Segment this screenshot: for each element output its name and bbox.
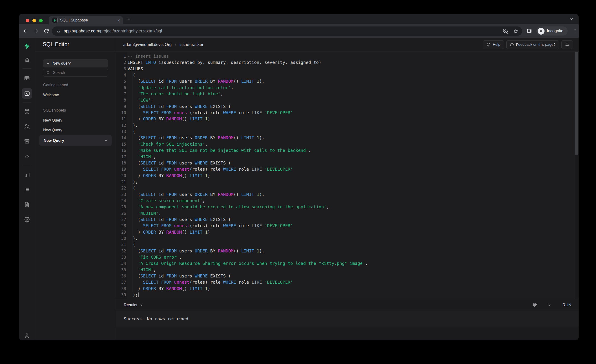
query-status-message: Success. No rows returned [124, 316, 188, 321]
code-line[interactable]: 3VALUES [116, 66, 579, 72]
editor-scrollbar-thumb[interactable] [575, 52, 578, 155]
line-number: 20 [116, 173, 126, 179]
back-button[interactable] [23, 28, 28, 34]
new-query-button[interactable]: New query [43, 59, 108, 67]
breadcrumb-org[interactable]: adam@windmill.dev's Org [123, 42, 172, 47]
snippet-search[interactable] [43, 69, 108, 76]
code-line[interactable]: 28 SELECT FROM unnest(roles) role WHERE … [116, 223, 579, 229]
line-number: 36 [116, 273, 126, 279]
run-button[interactable]: RUN [562, 303, 571, 307]
code-line[interactable]: 13 ( [116, 128, 579, 135]
line-number: 27 [116, 216, 126, 223]
code-line[interactable]: 36 (SELECT id FROM users WHERE EXISTS ( [116, 273, 579, 279]
chevron-down-icon[interactable] [104, 139, 108, 142]
sql-editor-icon[interactable] [22, 88, 32, 99]
reports-icon[interactable] [24, 172, 30, 178]
code-line[interactable]: 31 ( [116, 241, 579, 248]
logs-icon[interactable] [24, 187, 30, 193]
code-line[interactable]: 16 'Make sure that SQL can not be inject… [116, 147, 579, 154]
tab-search-chevron-icon[interactable] [570, 17, 573, 21]
sidebar-item-snippet[interactable]: New Query [43, 118, 62, 123]
tab-close-icon[interactable]: × [118, 18, 120, 23]
code-line[interactable]: 17 'HIGH', [116, 154, 579, 160]
line-number: 22 [116, 185, 126, 191]
code-line[interactable]: 1-- Insert issues [116, 53, 579, 59]
code-line[interactable]: 33 'Fix CORS error', [116, 254, 579, 260]
address-bar[interactable]: app.supabase.com/project/azahtnhqohyjerz… [52, 26, 522, 36]
table-editor-icon[interactable] [24, 75, 30, 81]
search-input[interactable] [52, 70, 101, 75]
code-line[interactable]: 5 (SELECT id FROM users ORDER BY RANDOM(… [116, 78, 579, 84]
code-line[interactable]: 6 'Update call-to-action button color', [116, 85, 579, 91]
storage-icon[interactable] [24, 139, 30, 144]
code-line[interactable]: 29 ) ORDER BY RANDOM() LIMIT 1) [116, 229, 579, 235]
database-icon[interactable] [24, 109, 30, 115]
notifications-button[interactable] [561, 40, 573, 49]
code-line[interactable]: 15 'Check for SQL injections', [116, 141, 579, 147]
browser-tab[interactable]: SQL | Supabase × [49, 16, 123, 24]
edge-functions-icon[interactable] [24, 154, 30, 160]
url-text: app.supabase.com/project/azahtnhqohyjerz… [64, 29, 503, 34]
sidebar-item-welcome[interactable]: Welcome [43, 93, 59, 97]
code-line[interactable]: 21 ), [116, 179, 579, 185]
code-line[interactable]: 8 'LOW', [116, 97, 579, 103]
settings-icon[interactable] [24, 217, 30, 223]
code-line[interactable]: 34 'A Cross Origin Resource Sharing erro… [116, 260, 579, 267]
incognito-badge[interactable]: Incognito [536, 26, 568, 36]
breadcrumb-project[interactable]: issue-tracker [179, 42, 203, 47]
feedback-button[interactable]: Feedback on this page? [506, 40, 559, 49]
browser-menu-icon[interactable] [573, 28, 577, 33]
run-options-chevron-icon[interactable] [548, 303, 552, 307]
code-line[interactable]: 4 ( [116, 72, 579, 78]
zoom-window-button[interactable] [39, 19, 43, 22]
forward-button[interactable] [33, 28, 39, 34]
code-line[interactable]: 18 (SELECT id FROM users WHERE EXISTS ( [116, 160, 579, 166]
code-line[interactable]: 14 (SELECT id FROM users ORDER BY RANDOM… [116, 135, 579, 141]
line-number: 12 [116, 122, 126, 128]
supabase-logo-icon[interactable] [23, 42, 30, 50]
close-window-button[interactable] [26, 19, 29, 22]
sidebar-header: SQL Editor [35, 38, 116, 52]
sidebar-item-snippet[interactable]: New Query [43, 128, 62, 132]
results-tab[interactable]: Results [124, 303, 143, 307]
code-line[interactable]: 19 SELECT FROM unnest(roles) role WHERE … [116, 166, 579, 172]
sidebar-item-snippet-selected[interactable]: New Query [39, 135, 112, 146]
minimize-window-button[interactable] [32, 19, 36, 22]
bookmark-star-icon[interactable] [514, 29, 518, 34]
account-icon[interactable] [24, 333, 30, 339]
line-number: 35 [116, 267, 126, 273]
favorite-heart-icon[interactable] [532, 303, 537, 307]
code-line[interactable]: 39 ); [116, 292, 579, 298]
code-line[interactable]: 2INSERT INTO issues(created_by, summary,… [116, 59, 579, 66]
code-line[interactable]: 23 (SELECT id FROM users ORDER BY RANDOM… [116, 191, 579, 198]
code-line[interactable]: 25 'A new component should be created to… [116, 204, 579, 210]
code-line[interactable]: 26 'MEDIUM', [116, 210, 579, 216]
auth-users-icon[interactable] [24, 123, 30, 129]
code-line[interactable]: 24 'Create search component', [116, 198, 579, 204]
editor-scrollbar-track[interactable] [575, 52, 579, 299]
code-line[interactable]: 12 ), [116, 122, 579, 128]
side-panel-icon[interactable] [527, 28, 532, 33]
line-number: 10 [116, 110, 126, 116]
home-icon[interactable] [24, 57, 30, 63]
api-docs-icon[interactable] [24, 202, 30, 207]
code-line[interactable]: 22 ( [116, 185, 579, 191]
code-line[interactable]: 38 ) ORDER BY RANDOM() LIMIT 1) [116, 286, 579, 292]
code-line[interactable]: 27 (SELECT id FROM users WHERE EXISTS ( [116, 216, 579, 223]
code-line[interactable]: 35 'HIGH', [116, 267, 579, 273]
new-tab-button[interactable] [127, 17, 131, 21]
code-line[interactable]: 9 (SELECT id FROM users WHERE EXISTS ( [116, 104, 579, 110]
code-line[interactable]: 7 'The color should be light blue', [116, 91, 579, 97]
code-line[interactable]: 37 SELECT FROM unnest(roles) role WHERE … [116, 279, 579, 285]
help-button[interactable]: Help [483, 40, 504, 49]
code-line[interactable]: 30 ), [116, 235, 579, 241]
sql-code-editor[interactable]: 1-- Insert issues2INSERT INTO issues(cre… [116, 52, 579, 299]
reload-button[interactable] [44, 29, 49, 34]
new-query-button-label: New query [52, 61, 71, 66]
code-line[interactable]: 20 ) ORDER BY RANDOM() LIMIT 1) [116, 173, 579, 179]
eye-off-icon[interactable] [503, 29, 508, 34]
code-line[interactable]: 10 SELECT FROM unnest(roles) role WHERE … [116, 110, 579, 116]
code-line[interactable]: 32 (SELECT id FROM users ORDER BY RANDOM… [116, 248, 579, 254]
code-line[interactable]: 11 ) ORDER BY RANDOM() LIMIT 1) [116, 116, 579, 122]
sql-editor-sidebar: SQL Editor New query Getting started Wel… [35, 38, 116, 340]
